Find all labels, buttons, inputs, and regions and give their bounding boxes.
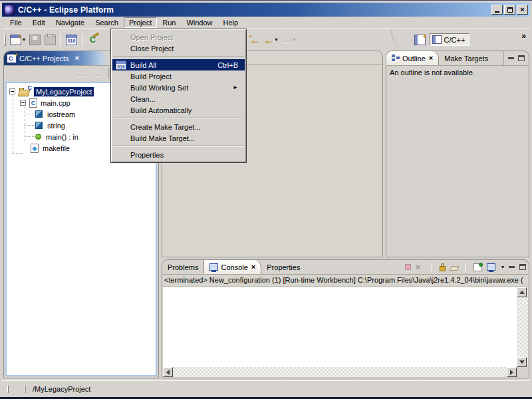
tab-outline[interactable]: Outline × [386, 51, 439, 66]
scroll-lock-icon[interactable] [440, 266, 446, 271]
scroll-down-button[interactable] [517, 357, 527, 367]
close-icon: × [520, 6, 524, 13]
tab-close-icon[interactable]: × [429, 55, 433, 62]
clear-console-icon[interactable] [449, 266, 459, 271]
back-button[interactable]: ← ▾ [263, 33, 279, 47]
cpp-file-icon: C [29, 98, 37, 108]
outline-tabstrip: Outline × Make Targets [386, 51, 529, 66]
tab-console[interactable]: Console × [203, 260, 261, 275]
tab-outline-label: Outline [402, 55, 426, 63]
collapse-icon[interactable] [9, 88, 15, 94]
tree-guide [25, 136, 34, 137]
tree-label[interactable]: makefile [43, 144, 70, 152]
tab-cpp-projects[interactable]: C+ C/C++ Projects × [4, 51, 109, 65]
last-edit-location-button[interactable]: * ← [248, 33, 261, 47]
view-minimize-icon[interactable] [509, 266, 515, 272]
menu-run[interactable]: Run [157, 17, 181, 28]
collapse-icon[interactable] [20, 100, 26, 106]
main-toolbar: + ▾ 010 C * ← ← ▾ → [2, 30, 530, 49]
view-maximize-icon[interactable] [518, 55, 525, 61]
menu-separator [113, 56, 244, 57]
minimize-icon [495, 7, 499, 13]
open-perspective-button[interactable]: + [413, 33, 427, 47]
build-all-button[interactable]: 010 [65, 33, 78, 47]
close-button[interactable]: × [517, 5, 528, 15]
tab-properties[interactable]: Properties [261, 260, 305, 274]
function-icon [35, 134, 41, 140]
perspective-overflow-chevron[interactable]: » [521, 31, 526, 41]
outline-message: An outline is not available. [386, 66, 529, 79]
tab-console-label: Console [221, 263, 247, 271]
menu-project[interactable]: Project [124, 17, 157, 28]
menu-item-clean[interactable]: Clean... [112, 93, 245, 104]
new-wizard-dropdown-icon[interactable]: ▾ [23, 37, 25, 43]
tree-label[interactable]: main.cpp [41, 99, 70, 107]
menu-item-close-project[interactable]: Close Project [112, 43, 245, 54]
view-back-arrow-icon: ← [75, 68, 85, 79]
menu-item-properties[interactable]: Properties [112, 149, 245, 160]
cpp-projects-view-icon: C+ [7, 54, 17, 63]
menu-item-build-all[interactable]: 010 Build All Ctrl+B [112, 59, 245, 70]
menu-item-build-make-target[interactable]: Build Make Target... [112, 132, 245, 144]
console-dropdown-icon[interactable]: ▾ [501, 264, 504, 270]
title-bar[interactable]: C/C++ - Eclipse Platform × [2, 3, 530, 17]
status-bar: /MyLegacyProject [2, 380, 530, 397]
console-vertical-scrollbar[interactable] [517, 287, 528, 367]
console-tabstrip: Problems Console × Properties × ▾ [162, 260, 529, 275]
perspective-cpp-button[interactable]: C/C++ [430, 33, 470, 46]
menu-item-open-project: Open Project [112, 31, 245, 43]
scroll-up-button[interactable] [517, 287, 527, 297]
tab-close-icon[interactable]: × [75, 55, 79, 62]
edit-star-icon: * [249, 34, 252, 41]
toolbar-drag-handle[interactable] [4, 34, 6, 46]
back-history-dropdown-icon[interactable]: ▾ [275, 37, 278, 43]
c-search-button[interactable]: C [86, 33, 100, 47]
eclipse-app-icon [4, 5, 15, 15]
maximize-button[interactable] [504, 5, 515, 15]
menu-item-create-make-target[interactable]: Create Make Target... [112, 121, 245, 132]
toolbar-separator [432, 263, 432, 272]
tree-guide [13, 153, 23, 154]
build-all-icon: 010 [66, 35, 77, 45]
scroll-left-button[interactable] [163, 367, 173, 377]
view-maximize-icon[interactable] [519, 264, 526, 270]
tab-make-targets[interactable]: Make Targets [439, 51, 493, 65]
tree-label[interactable]: string [47, 122, 65, 130]
include-icon [35, 110, 43, 118]
pin-console-icon[interactable] [473, 263, 482, 271]
submenu-arrow-icon: ► [233, 84, 238, 90]
console-view: Problems Console × Properties × ▾ < [162, 259, 529, 378]
view-minimize-icon[interactable] [508, 57, 514, 63]
console-horizontal-scrollbar[interactable] [163, 367, 517, 377]
open-perspective-icon: + [414, 35, 426, 45]
console-output[interactable] [163, 287, 517, 367]
menu-help[interactable]: Help [218, 17, 244, 28]
save-icon [29, 35, 41, 45]
tree-label-selected[interactable]: MyLegacyProject [34, 87, 94, 96]
scroll-right-button[interactable] [507, 367, 517, 377]
open-console-icon[interactable] [487, 263, 495, 271]
include-icon [35, 122, 43, 129]
remove-launches-icon: × [416, 263, 424, 271]
menu-edit[interactable]: Edit [27, 17, 51, 28]
menu-window[interactable]: Window [181, 17, 217, 28]
menu-item-build-automatically[interactable]: Build Automatically [112, 104, 245, 116]
eclipse-window: C/C++ - Eclipse Platform × File Edit Nav… [0, 0, 532, 399]
tree-label[interactable]: iostream [47, 110, 75, 118]
menu-shortcut: Ctrl+B [217, 61, 238, 69]
menu-item-build-project[interactable]: Build Project [112, 70, 245, 82]
toolbar-separator [466, 263, 466, 272]
statusbar-message: /MyLegacyProject [33, 385, 90, 393]
menu-file[interactable]: File [5, 17, 27, 28]
menu-navigate[interactable]: Navigate [51, 17, 90, 28]
tree-label[interactable]: main() : in [46, 133, 78, 141]
menu-item-build-working-set[interactable]: Build Working Set ► [112, 82, 245, 93]
tab-problems[interactable]: Problems [162, 260, 203, 274]
project-menu-popup: Open Project Close Project 010 Build All… [110, 29, 247, 163]
new-wizard-button[interactable]: + ▾ [9, 33, 27, 47]
menu-search[interactable]: Search [90, 17, 124, 28]
tab-close-icon[interactable]: × [251, 263, 255, 271]
back-arrow-icon: ← [264, 35, 274, 45]
minimize-button[interactable] [491, 5, 503, 15]
console-toolbar: × ▾ [405, 260, 529, 274]
